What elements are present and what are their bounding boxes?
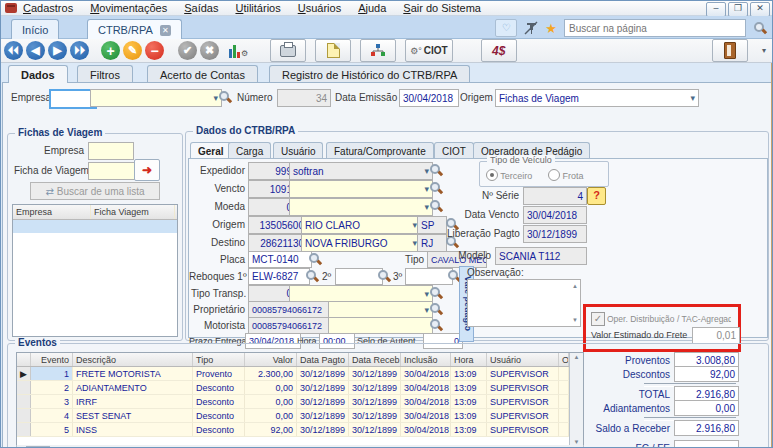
menu-saidas[interactable]: Saídas: [184, 2, 218, 14]
fichas-col-empresa[interactable]: Empresa: [13, 205, 91, 219]
scroll-up-icon[interactable]: ▲: [572, 282, 578, 290]
next-record-button[interactable]: ▶: [48, 41, 67, 60]
favorites-star-icon[interactable]: ★: [545, 21, 557, 36]
proprietario-code-field[interactable]: 00085794066172: [248, 301, 334, 318]
moeda-search-icon[interactable]: [429, 199, 442, 213]
first-record-button[interactable]: ⏴⏴: [4, 41, 23, 60]
buscar-de-uma-lista-button[interactable]: ⇄Buscar de uma lista: [30, 182, 160, 200]
expedidor-search-icon[interactable]: [429, 163, 442, 177]
empresa-combo[interactable]: [90, 89, 222, 107]
vencto-combo[interactable]: [289, 180, 433, 198]
table-row[interactable]: 5 INSS Desconto 92,00 30/12/1899 30/12/1…: [17, 423, 569, 437]
table-row[interactable]: 3 IRRF Desconto 0,00 30/12/1899 30/12/18…: [17, 395, 569, 409]
load-ficha-button[interactable]: ➜: [134, 159, 160, 181]
tipo-transp-combo[interactable]: [289, 285, 433, 302]
placa-search-icon[interactable]: [308, 252, 321, 266]
tab-dados[interactable]: Dados: [8, 65, 68, 83]
document-button[interactable]: [315, 39, 351, 62]
valor-frete-field[interactable]: 0,01: [692, 327, 740, 344]
tab-filtros[interactable]: Filtros: [77, 65, 133, 83]
toolbar-overflow-chevron-icon[interactable]: ▾: [762, 46, 766, 55]
exit-button[interactable]: [712, 39, 748, 62]
menu-utilitarios[interactable]: Utilitários: [235, 2, 280, 14]
subtab-fatura-comprovante[interactable]: Fatura/Comprovante: [326, 142, 434, 159]
find-input[interactable]: [564, 19, 746, 37]
menu-cadastros[interactable]: Cadastros: [23, 2, 73, 14]
find-search-icon[interactable]: [753, 21, 766, 35]
prev-record-button[interactable]: ◀: [26, 41, 45, 60]
empresa-search-icon[interactable]: [218, 90, 231, 104]
origem-cidade-combo[interactable]: RIO CLARO: [301, 216, 421, 234]
menu-usuarios[interactable]: Usuários: [298, 2, 341, 14]
radio-frota[interactable]: Frota: [548, 169, 584, 181]
motorista-name-field[interactable]: [328, 317, 433, 334]
table-row[interactable]: 2 ADIANTAMENTO Desconto 0,00 30/12/1899 …: [17, 381, 569, 395]
tab-acerto-de-contas[interactable]: Acerto de Contas: [147, 65, 258, 83]
minimize-button[interactable]: –: [706, 2, 726, 17]
menu-sair[interactable]: Sair do Sistema: [403, 2, 481, 14]
moeda-combo[interactable]: [289, 198, 433, 216]
close-button[interactable]: ✕: [750, 2, 770, 17]
liberacao-pagto-field[interactable]: 30/12/1899: [523, 225, 587, 243]
favorite-heart-icon[interactable]: ♡: [495, 19, 517, 37]
eventos-table[interactable]: Evento Descrição Tipo Valor Data Pagto D…: [16, 352, 584, 447]
money-transfer-button[interactable]: 4$: [481, 39, 517, 62]
subtab-ciot[interactable]: CIOT: [434, 142, 474, 159]
reboque1-field[interactable]: ELW-6827: [248, 268, 310, 285]
tab-close-icon[interactable]: ✕: [160, 25, 171, 36]
subtab-carga[interactable]: Carga: [228, 142, 271, 159]
origem-dropdown[interactable]: Fichas de Viagem: [495, 89, 699, 107]
workflow-button[interactable]: [360, 39, 396, 62]
motorista-search-icon[interactable]: [429, 318, 442, 332]
destino-code-field[interactable]: 28621130: [248, 234, 308, 252]
proprietario-combo[interactable]: [328, 301, 433, 318]
menu-ajuda[interactable]: Ajuda: [358, 2, 386, 14]
radio-terceiro[interactable]: Terceiro: [486, 169, 532, 181]
motorista-code-field[interactable]: 00085794066172: [248, 317, 334, 334]
confirm-button[interactable]: ✔: [178, 41, 197, 60]
proprietario-search-icon[interactable]: [429, 302, 442, 316]
data-emissao-field[interactable]: 30/04/2018: [399, 89, 459, 107]
vertical-scrollbar[interactable]: ▲ ▼: [569, 353, 583, 446]
reboque1-search-icon[interactable]: [305, 269, 318, 283]
observacao-textarea[interactable]: ▲ ▼: [467, 279, 581, 327]
tab-inicio[interactable]: Início: [11, 19, 59, 40]
subtab-geral[interactable]: Geral: [190, 142, 232, 159]
edit-record-button[interactable]: ✎: [123, 41, 142, 60]
destino-cidade-combo[interactable]: NOVA FRIBURGO: [301, 234, 421, 252]
vencto-search-icon[interactable]: [429, 181, 442, 195]
data-vencto-field[interactable]: 30/04/2018: [523, 206, 587, 224]
table-row[interactable]: 4 SEST SENAT Desconto 0,00 30/12/1899 30…: [17, 409, 569, 423]
menu-movimentacoes[interactable]: Movimentações: [90, 2, 167, 14]
delete-record-button[interactable]: −: [145, 41, 164, 60]
tab-ctrb-rpa[interactable]: CTRB/RPA ✕: [87, 19, 182, 40]
fichas-col-ficha[interactable]: Ficha Viagem: [91, 205, 175, 219]
pin-disabled-icon[interactable]: [524, 21, 538, 35]
help-button[interactable]: ?: [587, 187, 606, 205]
scroll-down-icon[interactable]: ▼: [572, 316, 578, 324]
scroll-up-icon[interactable]: ▲: [570, 353, 583, 361]
fichas-selected-row[interactable]: [13, 220, 177, 233]
origem-code-field[interactable]: 13505600: [248, 216, 308, 234]
add-record-button[interactable]: +: [101, 41, 120, 60]
restore-button[interactable]: ❐: [728, 2, 748, 17]
placa-field[interactable]: MCT-0140: [248, 251, 312, 268]
expedidor-combo[interactable]: softran: [289, 162, 433, 180]
print-button[interactable]: [270, 39, 306, 62]
cancel-button[interactable]: ✖: [200, 41, 219, 60]
oper-distribuicao-checkbox[interactable]: ✓: [591, 312, 605, 326]
ciot-button[interactable]: ⚙° CIOT: [405, 39, 453, 62]
reboque2-search-icon[interactable]: [377, 269, 390, 283]
reboque3-field[interactable]: [405, 268, 453, 285]
last-record-button[interactable]: ⏵⏵: [70, 41, 89, 60]
fc-fe-field[interactable]: [674, 440, 739, 448]
fichas-empresa-field[interactable]: [88, 142, 134, 160]
chart-settings-icon[interactable]: ⚙: [229, 44, 248, 58]
tab-registro-historico[interactable]: Registro de Histórico do CTRB/RPA: [269, 65, 470, 83]
subtab-usuario[interactable]: Usuário: [273, 142, 323, 159]
reboque2-field[interactable]: [335, 268, 383, 285]
fichas-grid[interactable]: Empresa Ficha Viagem: [12, 204, 178, 337]
tipo-transp-search-icon[interactable]: [429, 286, 442, 300]
ficha-de-viagem-field[interactable]: [88, 162, 138, 180]
table-row[interactable]: ▶ 1 FRETE MOTORISTA Provento 2.300,00 30…: [17, 367, 569, 381]
